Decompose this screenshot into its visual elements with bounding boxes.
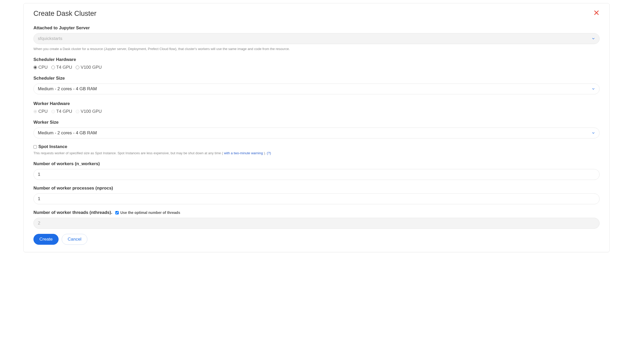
nthreads-label: Number of worker threads (nthreads). bbox=[33, 210, 112, 215]
scheduler-hw-cpu-label: CPU bbox=[38, 65, 48, 70]
close-icon bbox=[593, 10, 600, 16]
create-button[interactable]: Create bbox=[33, 234, 59, 245]
spot-instance-group: Spot Instance This requests worker of sp… bbox=[33, 144, 600, 156]
scheduler-hw-v100[interactable]: V100 GPU bbox=[76, 65, 102, 70]
worker-hw-cpu-radio bbox=[33, 110, 37, 113]
attached-server-value: sfquickstarts bbox=[38, 36, 592, 41]
spot-warning-link[interactable]: with a two-minute warning bbox=[224, 151, 263, 155]
worker-hardware-group: Worker Hardware CPU T4 GPU V100 GPU bbox=[33, 101, 600, 114]
worker-hw-t4-radio bbox=[51, 110, 55, 113]
scheduler-hw-t4[interactable]: T4 GPU bbox=[51, 65, 72, 70]
create-dask-cluster-modal: Create Dask Cluster Attached to Jupyter … bbox=[23, 3, 610, 252]
nprocs-group: Number of worker processes (nprocs) bbox=[33, 186, 600, 204]
optimal-threads-label: Use the optimal number of threads bbox=[120, 211, 180, 215]
attached-server-label: Attached to Jupyter Server bbox=[33, 25, 600, 31]
attached-server-group: Attached to Jupyter Server sfquickstarts… bbox=[33, 25, 600, 51]
scheduler-size-value: Medium - 2 cores - 4 GB RAM bbox=[38, 86, 592, 92]
scheduler-size-select[interactable]: Medium - 2 cores - 4 GB RAM bbox=[33, 83, 600, 94]
scheduler-hardware-group: Scheduler Hardware CPU T4 GPU V100 GPU bbox=[33, 57, 600, 70]
worker-hardware-radios: CPU T4 GPU V100 GPU bbox=[33, 109, 600, 114]
scheduler-size-group: Scheduler Size Medium - 2 cores - 4 GB R… bbox=[33, 76, 600, 94]
nworkers-input[interactable] bbox=[33, 169, 600, 180]
nprocs-label: Number of worker processes (nprocs) bbox=[33, 186, 600, 191]
worker-size-value: Medium - 2 cores - 4 GB RAM bbox=[38, 130, 592, 136]
scheduler-hw-cpu[interactable]: CPU bbox=[33, 65, 48, 70]
nthreads-input bbox=[33, 218, 600, 229]
worker-hw-v100-label: V100 GPU bbox=[81, 109, 102, 114]
nprocs-input[interactable] bbox=[33, 193, 600, 204]
cancel-button[interactable]: Cancel bbox=[62, 234, 87, 245]
scheduler-hw-cpu-radio[interactable] bbox=[33, 66, 37, 69]
spot-instance-label: Spot Instance bbox=[38, 144, 67, 149]
worker-size-select[interactable]: Medium - 2 cores - 4 GB RAM bbox=[33, 128, 600, 138]
scheduler-size-label: Scheduler Size bbox=[33, 76, 600, 81]
worker-hw-cpu: CPU bbox=[33, 109, 48, 114]
worker-hardware-label: Worker Hardware bbox=[33, 101, 600, 106]
chevron-down-icon bbox=[592, 37, 595, 40]
worker-hw-t4: T4 GPU bbox=[51, 109, 72, 114]
optimal-threads-checkbox[interactable] bbox=[115, 211, 119, 214]
close-button[interactable] bbox=[593, 10, 600, 16]
modal-footer: Create Cancel bbox=[33, 234, 600, 245]
chevron-down-icon bbox=[592, 87, 595, 91]
modal-title: Create Dask Cluster bbox=[33, 10, 96, 18]
spot-help-link[interactable]: (?) bbox=[267, 151, 271, 155]
worker-hw-t4-label: T4 GPU bbox=[56, 109, 72, 114]
nworkers-label: Number of workers (n_workers) bbox=[33, 161, 600, 166]
scheduler-hardware-radios: CPU T4 GPU V100 GPU bbox=[33, 65, 600, 70]
scheduler-hw-t4-radio[interactable] bbox=[51, 66, 55, 69]
worker-size-label: Worker Size bbox=[33, 120, 600, 125]
worker-hw-v100-radio bbox=[76, 110, 79, 113]
worker-hw-v100: V100 GPU bbox=[76, 109, 102, 114]
worker-hw-cpu-label: CPU bbox=[38, 109, 48, 114]
spot-instance-checkbox[interactable] bbox=[33, 145, 37, 149]
scheduler-hw-v100-radio[interactable] bbox=[76, 66, 79, 69]
nworkers-group: Number of workers (n_workers) bbox=[33, 161, 600, 180]
scheduler-hw-v100-label: V100 GPU bbox=[81, 65, 102, 70]
nthreads-group: Number of worker threads (nthreads). Use… bbox=[33, 210, 600, 229]
worker-size-group: Worker Size Medium - 2 cores - 4 GB RAM bbox=[33, 120, 600, 138]
attached-server-select[interactable]: sfquickstarts bbox=[33, 33, 600, 44]
attached-server-helper: When you create a Dask cluster for a res… bbox=[33, 47, 600, 51]
modal-header: Create Dask Cluster bbox=[33, 10, 600, 18]
scheduler-hardware-label: Scheduler Hardware bbox=[33, 57, 600, 62]
spot-instance-helper: This requests worker of specified size a… bbox=[33, 151, 600, 156]
chevron-down-icon bbox=[592, 131, 595, 135]
scheduler-hw-t4-label: T4 GPU bbox=[56, 65, 72, 70]
